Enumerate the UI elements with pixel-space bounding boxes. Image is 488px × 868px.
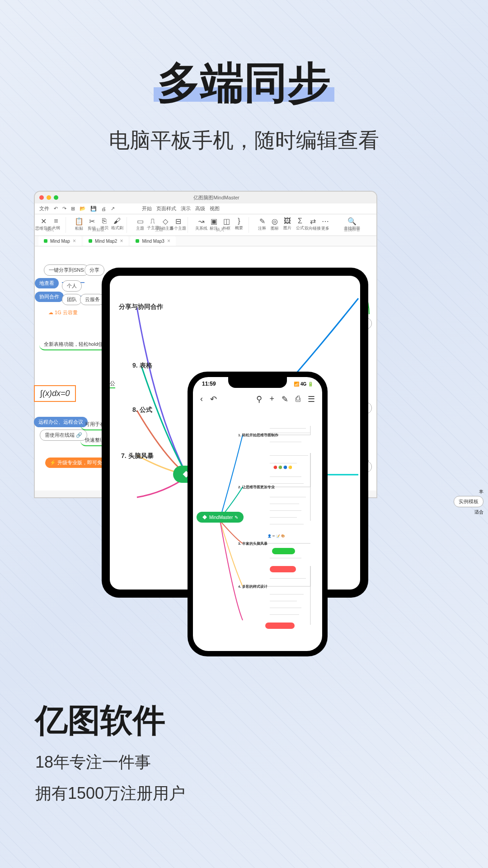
menu-advanced[interactable]: 高级 [195,205,205,212]
formula-node[interactable]: ∫(x)dx=0 [34,385,76,402]
menu-icon[interactable]: ☰ [308,394,315,404]
node-cloud-cap[interactable]: ☁ 1G 云容量 [44,307,82,318]
menu-view[interactable]: 视图 [210,205,220,212]
branch-9[interactable]: 9. 表格 [132,362,152,370]
more-button[interactable]: ⋯更多 [321,217,329,225]
close-tab-icon[interactable]: × [167,238,170,244]
node-table-power[interactable]: 强大的内容公 [110,380,115,388]
relation-button[interactable]: ↝关系线 [197,217,205,225]
mindmap-mode-button[interactable]: ✕思维导图 [39,217,47,225]
node-share[interactable]: 分享 [84,264,104,276]
minimize-icon[interactable] [47,195,51,200]
menu-page-style[interactable]: 页面样式 [156,205,176,212]
footer-title: 亿图软件 [35,699,185,742]
boundary-button[interactable]: ◫外框 [222,217,230,225]
node-right-fit[interactable]: 适合 [470,507,488,517]
sub-line [270,425,306,429]
node-team[interactable]: 团队 [62,294,82,305]
laptop-file-toolbar: 文件 ↶ ↷ ⊞ 📂 💾 🖨 ↗ 开始 页面样式 演示 高级 视图 [35,203,376,214]
node-remote[interactable]: 远程办公、远程会议 [34,417,88,427]
document-tabs: Mind Map× Mind Map2× Mind Map3× [35,236,376,246]
mindmaster-logo-icon [202,514,207,520]
menu-present[interactable]: 演示 [181,205,191,212]
back-icon[interactable]: ‹ [200,394,203,404]
phone-branch-2[interactable]: 2. 让思维导图更加专业 [238,485,275,490]
add-icon[interactable]: + [269,394,274,404]
sub-line [270,598,297,601]
open-icon[interactable]: 📂 [80,206,86,212]
phone-toolbar: ‹ ↶ ⚲ + ✎ ⎙ ☰ [193,391,322,408]
find-button[interactable]: 🔍查找和替 [348,217,356,225]
cut-button[interactable]: ✂剪切 [88,217,96,225]
node-right-rich[interactable]: 丰 [474,487,488,497]
branch-7[interactable]: 7. 头脑风暴 [121,452,154,460]
node-personal[interactable]: 个人 [62,280,82,292]
sub-line [270,555,301,558]
save-icon[interactable]: 💾 [90,206,97,212]
sub-line [270,439,301,442]
formula-button[interactable]: Σ公式 [296,217,304,225]
sub-line [270,521,304,524]
undo-icon[interactable]: ↶ [210,394,217,404]
note-button[interactable]: ✎注释 [258,217,266,225]
sub-red-pill-2[interactable] [265,623,295,629]
phone-branch-3[interactable]: 3. 丰富的头脑风暴 [238,541,267,546]
tab-mindmap-1[interactable]: Mind Map× [38,236,81,246]
sub-green-pill[interactable] [272,548,295,554]
phone-screen: 11:59 📶 4G 🔋 ‹ ↶ ⚲ + ✎ ⎙ ☰ [193,377,322,651]
sub-line [270,604,301,608]
format-painter-button[interactable]: 🖌格式刷 [113,217,121,225]
node-local-view[interactable]: 地查看 [35,278,59,288]
phone-branch-1[interactable]: 1. 轻松开始思维导图制作 [238,433,278,438]
tab-mindmap-2[interactable]: Mind Map2× [83,236,128,246]
footer-line-1: 18年专注一件事 [35,751,185,774]
paste-button[interactable]: 📋粘贴 [75,217,83,225]
ribbon-mode-group: ✕思维导图 ≡大纲 模式 [39,217,66,233]
phone-center-node[interactable]: MindMaster ✎ [197,512,244,523]
phone-canvas[interactable]: MindMaster ✎ 1. 轻松开始思维导图制作 2. 让思维导图更加专业 … [193,408,322,651]
print-icon[interactable]: 🖨 [101,206,106,212]
phone-notch [228,377,287,388]
hero-title: 多端同步 [0,54,488,113]
node-right-template[interactable]: 实例模板 [454,496,483,507]
float-topic-button[interactable]: ◇浮动主题 [161,217,169,225]
status-signal: 📶 4G 🔋 [294,381,313,387]
redo-icon[interactable]: ↷ [62,206,66,212]
branch-8[interactable]: 8. 公式 [132,406,152,414]
edit-icon[interactable]: ✎ [282,394,288,404]
close-tab-icon[interactable]: × [73,238,76,244]
icon-button[interactable]: ◎图标 [271,217,279,225]
node-cloud[interactable]: 云服务 [80,294,105,305]
phone-branch-4[interactable]: 4. 多彩的样式设计 [238,584,267,589]
laptop-menubar: 亿图脑图MindMaster [35,192,376,203]
multi-topic-button[interactable]: ⊟多个主题 [174,217,182,225]
close-tab-icon[interactable]: × [120,238,123,244]
link-button[interactable]: ⇄双向链接 [309,217,317,225]
menu-file[interactable]: 文件 [39,205,49,212]
topic-button[interactable]: ▭主题 [136,217,144,225]
tab-mindmap-3[interactable]: Mind Map3× [130,236,175,246]
close-icon[interactable] [39,195,44,200]
sub-line [270,452,308,456]
maximize-icon[interactable] [54,195,58,200]
ribbon-clipboard-group: 📋粘贴 ✂剪切 ⎘拷贝 🖌格式刷 剪贴板 [75,217,127,233]
menu-start[interactable]: 开始 [142,205,152,212]
new-icon[interactable]: ⊞ [71,206,75,212]
branch-share-collab[interactable]: 分享与协同合作 [119,303,163,311]
laptop-ribbon: ✕思维导图 ≡大纲 模式 📋粘贴 ✂剪切 ⎘拷贝 🖌格式刷 剪贴板 ▭主题 ⎍子… [35,214,376,236]
ribbon-other-group: ✎注释 ◎图标 🖼图片 Σ公式 ⇄双向链接 ⋯更多 [258,217,335,233]
sub-line [270,611,299,615]
undo-icon[interactable]: ↶ [54,206,58,212]
subtopic-button[interactable]: ⎍子主题 [149,217,157,225]
callout-button[interactable]: ▣标注 [210,217,218,225]
sub-red-pill[interactable] [270,566,296,572]
summary-button[interactable]: }概要 [235,217,243,225]
save-icon[interactable]: ⎙ [296,394,300,404]
outline-mode-button[interactable]: ≡大纲 [52,217,60,225]
node-sns[interactable]: 一键分享到SNS [44,264,89,276]
image-button[interactable]: 🖼图片 [283,217,291,225]
export-icon[interactable]: ↗ [111,206,115,212]
copy-button[interactable]: ⎘拷贝 [100,217,108,225]
search-icon[interactable]: ⚲ [256,394,262,404]
node-team-collab[interactable]: 协同合作 [35,292,64,302]
